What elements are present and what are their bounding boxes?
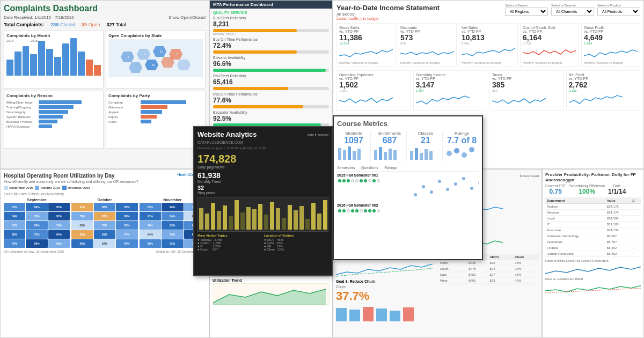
bar-dec [94, 65, 101, 76]
cell-sep-15: 68% [48, 239, 70, 248]
fte-stat: Current FTE 0.75 [545, 184, 566, 195]
analytics-most-visited: Most Visited Topics ● Tableau 2,456 ● Py… [197, 234, 262, 251]
bar-apr [30, 54, 37, 76]
state-label-5: 18 [152, 63, 155, 67]
product-select[interactable]: All Products [597, 8, 640, 16]
channel-select[interactable]: All Channels [551, 8, 594, 16]
ratio-sparkline [545, 263, 641, 276]
cell-nov-5: 84% [162, 212, 183, 221]
state-hex-8 [177, 60, 191, 70]
svg-rect-20 [276, 208, 280, 230]
cell-oct-12: 74% [116, 230, 137, 239]
provider-table-header: Department Value △ [545, 197, 641, 204]
svg-rect-19 [270, 202, 274, 230]
ytd-top-metrics: Gross Sales vs. YTD-PP 11,386 10,204 Mon… [336, 23, 640, 67]
svg-point-45 [454, 148, 459, 153]
svg-rect-27 [317, 214, 321, 230]
hospital-footer: OR Utilization by Day, 25 September 2015… [4, 250, 206, 253]
total-label: 327 Total [106, 22, 126, 27]
hospital-header: Hospital Operating Room Utilization by D… [4, 173, 206, 186]
hospital-panel: Hospital Operating Room Utilization by D… [0, 169, 209, 338]
cell-oct-9: 85% [116, 221, 137, 230]
complaints-charts: Complaints by Month 2015 2016 [4, 31, 206, 149]
cell-oct-10: 80% [71, 230, 93, 239]
complaints-by-state: Open Complaints by State 5 [106, 31, 206, 89]
provider-row-toolbox: Toolbox $24,178 ↑ [545, 204, 641, 210]
provider-table: Department Value △ Toolbox $24,178 ↑ Ser… [545, 197, 641, 257]
state-label-3: 12 [160, 50, 163, 53]
elevator-metric: Elevator Availability 96.6% [213, 56, 329, 72]
sem2-dots [337, 208, 479, 214]
state-label-2: 3 [144, 53, 145, 56]
analytics-panel-header: Website Analytics data ● science [197, 130, 328, 138]
state-label-1: 5 [128, 55, 129, 58]
ratings-scatter [410, 173, 479, 200]
complaints-totals: Total Complaints: 288 Closed 39 Open 327… [4, 22, 206, 27]
state-map: 5 3 12 7 18 [108, 39, 203, 77]
ytd-header: Year-to-Date Income Statement (in $000s)… [336, 4, 640, 21]
svg-rect-30 [343, 150, 346, 160]
gross-sales-sparkline [339, 45, 393, 60]
cell-oct-5: 82% [94, 212, 115, 221]
hospital-legend: September 2015 October 2015 November 201… [4, 186, 206, 190]
complaints-header: Date Received: 1/1/2015 - 7/18/2016 Show… [4, 15, 206, 20]
party-row-2: Grievance [108, 105, 203, 109]
provider-row-legal: Legal $34,206 ↓ [545, 216, 641, 222]
svg-rect-15 [246, 207, 251, 230]
reason-row-3: Data Integrity [6, 110, 101, 114]
bar-jan [6, 60, 13, 76]
date-received-label: Date Received: 1/1/2015 - 7/18/2016 [4, 15, 74, 20]
svg-point-54 [462, 177, 465, 180]
opex-sparkline [339, 92, 408, 107]
complaints-by-reason: Complaints by Reason Billing/Claim issue… [4, 91, 104, 149]
party-bars: Complaint Grievance Appeal Inquiry [108, 99, 203, 126]
analytics-bar-svg [198, 197, 328, 232]
bar-feb [14, 52, 21, 76]
bar-nov [86, 60, 93, 76]
svg-point-50 [430, 190, 433, 194]
svg-point-46 [462, 152, 467, 158]
analytics-pageviews-label: Daily pageviews [197, 165, 328, 169]
provider-row-executive: Executive $14,130 ↓ [545, 227, 641, 233]
svg-rect-32 [353, 151, 356, 160]
svg-rect-39 [410, 151, 413, 160]
efficiency-stat: Scheduling Efficiency 100% [569, 184, 605, 195]
bus-ontime-metric: Bus On-Time Performance 72.4% [213, 38, 329, 54]
svg-point-49 [422, 185, 425, 188]
discounts-metric: Discounts vs. YTD-PP 573 570 Monthly Var… [398, 23, 457, 67]
svg-rect-4 [376, 308, 387, 321]
escalator-metric: Escalator Availability 92.5% [213, 111, 329, 127]
cell-sep-8: 83% [26, 221, 47, 230]
svg-rect-12 [229, 216, 233, 230]
churn-chart [336, 305, 436, 324]
course-ratings-stat: Ratings 7.7 of 8 [445, 131, 479, 161]
cogs-metric: Cost of Goods Sold vs. YTD-PP 6,164 5,71… [520, 23, 579, 67]
cell-oct-4: 75% [71, 212, 93, 221]
total-complaints-label: Total Complaints: [4, 22, 44, 27]
svg-rect-33 [357, 149, 361, 160]
cell-sep-6: 92% [48, 212, 70, 221]
cell-nov-4: 91% [140, 212, 161, 221]
svg-rect-34 [374, 150, 377, 160]
transit-title: MTA Performance Dashboard [213, 2, 273, 7]
provider-row-it: IT $13,100 ↑ [545, 222, 641, 227]
bar-aug [62, 43, 69, 76]
course-divider [337, 171, 479, 172]
svg-rect-2 [349, 310, 360, 321]
table-row: East $462 $37 36% [438, 272, 539, 278]
cell-sep-3: 95% [48, 203, 70, 211]
svg-rect-16 [252, 209, 257, 230]
state-hex-5 [129, 62, 142, 73]
analytics-panel-title: Website Analytics [197, 130, 257, 138]
svg-rect-8 [205, 214, 209, 230]
cell-nov-1: 85% [140, 203, 161, 211]
date-stat: Date 1/1/14 [608, 184, 626, 195]
region-select[interactable]: All Regions [505, 8, 548, 16]
september-block: September 73% 90% 95% 84% 76% 92% 67% 83… [4, 198, 70, 248]
bar-sep [70, 38, 77, 76]
table-row: West $491 $33 42% [438, 278, 539, 284]
svg-rect-3 [363, 307, 374, 321]
net-profit-metric: Net Profit vs. YTD-PP 2,762 2,135 [566, 70, 641, 111]
reason-row-1: Billing/Claim issue [6, 100, 101, 104]
operating-exp-metric: Operating Expenses vs. YTD-PP 1,502 1,36… [336, 70, 411, 111]
